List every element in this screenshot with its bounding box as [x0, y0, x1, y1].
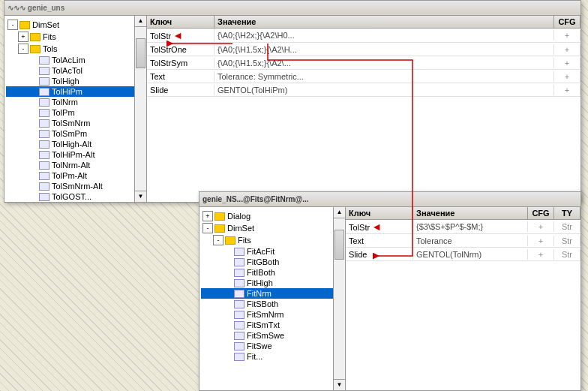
- expander-dialog[interactable]: +: [202, 211, 213, 221]
- tree-label-fitSBoth: FitSBoth: [247, 299, 278, 308]
- bottom-tree-item-fitGBoth[interactable]: FitGBoth: [201, 257, 344, 267]
- top-tree-item-tolSmNrm[interactable]: TolSmNrm: [6, 118, 145, 128]
- top-pane-layout: -DimSet+Fits-Tols TolAcLim TolAcTol TolH…: [4, 16, 580, 202]
- tree-label-tolNrmAlt: TolNrm-Alt: [52, 161, 90, 170]
- expander-dimset[interactable]: -: [8, 20, 18, 30]
- top-tree-item-dimset[interactable]: -DimSet: [6, 19, 145, 31]
- top-table-row[interactable]: TolStr◄ {\A0;{\H2x;}{\A2\H0... +: [147, 29, 580, 43]
- bottom-tree-item-fitSmSwe[interactable]: FitSmSwe: [201, 330, 344, 341]
- tree-label-fitSmNrm: FitSmNrm: [247, 310, 284, 319]
- item-icon-fitNrm: [234, 290, 244, 298]
- top-tree-item-tolNrmAlt[interactable]: TolNrm-Alt: [6, 160, 145, 170]
- top-tree-item-tolSmPm[interactable]: TolSmPm: [6, 128, 145, 139]
- item-icon-tolAcTol: [39, 67, 50, 75]
- td-key: Slide: [346, 249, 413, 260]
- tree-label-fits2: Fits: [238, 236, 251, 245]
- bottom-tree-item-fits2[interactable]: -Fits: [201, 234, 344, 246]
- bottom-tree-item-fitF[interactable]: Fit...: [201, 351, 344, 362]
- no-expander: [224, 299, 234, 308]
- td-ty: Str: [554, 221, 580, 232]
- item-icon-tolPm: [39, 109, 50, 117]
- td-value: GENTOL(TolNrm): [413, 249, 528, 260]
- bottom-tree-scrollbar-thumb[interactable]: [334, 230, 344, 260]
- td-key: TolStrSym: [147, 58, 214, 68]
- expander-dimset2[interactable]: -: [202, 223, 213, 233]
- top-table-row[interactable]: Slide GENTOL(TolHiPm) +: [147, 83, 580, 97]
- tree-label-dimset: DimSet: [32, 20, 59, 29]
- item-icon-tolSmNrmAlt: [39, 182, 50, 191]
- top-table-row[interactable]: Text Tolerance: Symmetric... +: [147, 70, 580, 83]
- td-ty: Str: [554, 236, 580, 246]
- item-icon-fitSmTxt: [234, 321, 244, 329]
- no-expander: [28, 87, 39, 96]
- bottom-table-row[interactable]: Slide GENTOL(TolNrm) + Str: [346, 248, 580, 261]
- top-tree-item-tolNrm[interactable]: TolNrm: [6, 97, 145, 107]
- top-tree-scrollbar[interactable]: [134, 16, 146, 202]
- top-table-pane: Ключ Значение CFG TolStr◄ {\A0;{\H2x;}{\…: [147, 16, 580, 202]
- td-cfg: +: [554, 44, 580, 55]
- bottom-tree-item-fitAcFit[interactable]: FitAcFit: [201, 246, 344, 257]
- item-icon-tolSmNrm: [39, 119, 50, 128]
- top-tree-item-tolHiPm[interactable]: TolHiPm: [6, 86, 145, 97]
- no-expander: [28, 77, 39, 86]
- expander-tols[interactable]: -: [18, 44, 28, 54]
- top-tree-item-tolAcTol[interactable]: TolAcTol: [6, 65, 145, 76]
- top-tree-item-tolPmAlt[interactable]: TolPm-Alt: [6, 170, 145, 181]
- bottom-tree-item-fitSmTxt[interactable]: FitSmTxt: [201, 320, 344, 330]
- item-icon-fitHigh: [234, 279, 244, 287]
- tree-label-fitGBoth: FitGBoth: [247, 257, 279, 266]
- top-tree-item-tolGOST[interactable]: TolGOST...: [6, 191, 145, 202]
- item-icon-fitF: [234, 353, 244, 361]
- td-key: Slide: [147, 85, 214, 95]
- top-table-row[interactable]: TolStrOne {\A0;{\H1.5x;}{\A2\H... +: [147, 43, 580, 56]
- td-cfg: +: [528, 236, 554, 246]
- bottom-tree-pane: +Dialog-DimSet-Fits FitAcFit FitGBoth Fi…: [200, 207, 346, 390]
- item-icon-tolSmPm: [39, 130, 50, 138]
- bottom-tree-item-fitSmNrm[interactable]: FitSmNrm: [201, 309, 344, 320]
- no-expander: [224, 310, 234, 319]
- top-tree-item-tolPm[interactable]: TolPm: [6, 107, 145, 118]
- bottom-table-row[interactable]: Text Tolerance + Str: [346, 234, 580, 248]
- expander-fits2[interactable]: -: [213, 235, 224, 245]
- td-key: Text: [147, 71, 214, 82]
- top-col-key: Ключ: [147, 16, 214, 28]
- top-tree-item-tolAcLim[interactable]: TolAcLim: [6, 55, 145, 65]
- no-expander: [28, 129, 39, 138]
- tree-label-fitAcFit: FitAcFit: [247, 247, 274, 256]
- tree-label-fits: Fits: [43, 32, 56, 41]
- top-col-cfg: CFG: [554, 16, 580, 28]
- bottom-col-value: Значение: [413, 207, 528, 219]
- top-tree-item-tolHigh[interactable]: TolHigh: [6, 76, 145, 86]
- tree-label-tolHighAlt: TolHigh-Alt: [52, 140, 92, 149]
- no-expander: [28, 192, 39, 201]
- no-expander: [224, 257, 234, 266]
- bottom-tree-item-fitSBoth[interactable]: FitSBoth: [201, 299, 344, 309]
- bottom-tree-scrollbar[interactable]: [333, 207, 345, 390]
- bottom-window: genie_NS...@Fits@FitNrm@... +Dialog-DimS…: [199, 191, 581, 391]
- top-tree-item-fits[interactable]: +Fits: [6, 31, 145, 43]
- bottom-tree-item-dimset2[interactable]: -DimSet: [201, 222, 344, 234]
- item-icon-fitSBoth: [234, 300, 244, 308]
- expander-fits[interactable]: +: [18, 32, 28, 42]
- bottom-table-row[interactable]: TolStr◄ {$3\$S+$P^$-$M;} + Str: [346, 220, 580, 234]
- td-key: TolStr◄: [147, 29, 214, 42]
- folder-icon-fits2: [225, 236, 236, 245]
- top-table-row[interactable]: TolStrSym {\A0;{\H1.5x;}{\A2\... +: [147, 56, 580, 70]
- bottom-tree-item-fitNrm[interactable]: FitNrm: [201, 288, 344, 299]
- bottom-tree-item-fitSwe[interactable]: FitSwe: [201, 341, 344, 351]
- bottom-tree-item-fitHigh[interactable]: FitHigh: [201, 278, 344, 288]
- top-tree-item-tols[interactable]: -Tols: [6, 43, 145, 55]
- tree-label-dialog: Dialog: [227, 212, 250, 221]
- bottom-table-pane: Ключ Значение CFG TY TolStr◄ {$3\$S+$P^$…: [346, 207, 580, 390]
- folder-icon-dimset: [20, 21, 30, 29]
- top-window: ∿∿∿ genie_uns -DimSet+Fits-Tols TolAcLim…: [4, 0, 581, 203]
- bottom-table-body: TolStr◄ {$3\$S+$P^$-$M;} + Str Text Tole…: [346, 220, 580, 261]
- top-tree-item-tolHighAlt[interactable]: TolHigh-Alt: [6, 139, 145, 149]
- bottom-tree-item-fitIBoth[interactable]: FitIBoth: [201, 267, 344, 278]
- no-expander: [28, 140, 39, 149]
- top-tree-scrollbar-thumb[interactable]: [136, 38, 146, 68]
- bottom-col-ty: TY: [554, 207, 580, 219]
- top-tree-item-tolSmNrmAlt[interactable]: TolSmNrm-Alt: [6, 181, 145, 191]
- top-tree-item-tolHiPmAlt[interactable]: TolHiPm-Alt: [6, 149, 145, 160]
- bottom-tree-item-dialog[interactable]: +Dialog: [201, 210, 344, 222]
